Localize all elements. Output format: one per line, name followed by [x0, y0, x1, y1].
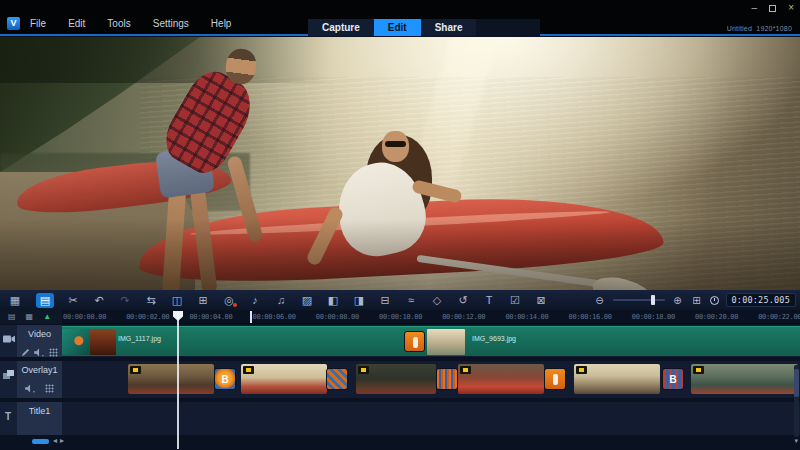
frame-capture-button[interactable]: ◫: [170, 293, 184, 308]
timeline-view-button[interactable]: ▤: [36, 293, 54, 308]
track-lane-overlay[interactable]: BB: [62, 361, 800, 398]
menu-tools[interactable]: Tools: [105, 16, 132, 31]
motion-tracking-button[interactable]: ◎: [222, 293, 236, 308]
ripple-edit-button[interactable]: ⇆: [144, 293, 158, 308]
batch-render-button[interactable]: ⊠: [534, 293, 548, 308]
track-edit-button[interactable]: [21, 343, 30, 361]
toolbar-icons: ▦▤✂↶↷⇆◫⊞◎♪♫▨◧◨⊟≈◇↺T☑⊠: [0, 293, 548, 308]
subtitle-editor-button[interactable]: ◨: [352, 293, 366, 308]
ruler-label: 00:00:08.00: [316, 313, 359, 321]
vertical-scrollbar-thumb[interactable]: [794, 369, 799, 397]
track-grid-icon[interactable]: [49, 348, 58, 357]
ruler-label: 00:00:20.00: [695, 313, 738, 321]
track-controls: [17, 379, 62, 397]
mask-creator-button[interactable]: ▨: [300, 293, 314, 308]
360-video-button[interactable]: ↺: [456, 293, 470, 308]
minimize-button[interactable]: –: [752, 3, 758, 13]
3d-title-editor-button[interactable]: ◇: [430, 293, 444, 308]
fx-badge-icon: [358, 366, 369, 374]
ruler-label: 00:00:04.00: [189, 313, 232, 321]
svg-text:T: T: [5, 411, 11, 421]
track-lane-video[interactable]: IMG_1117.jpgIMG_9693.jpg: [62, 325, 800, 357]
overlay-track-icon[interactable]: [3, 366, 15, 384]
tab-share[interactable]: Share: [421, 19, 477, 36]
overlay-transition[interactable]: B: [662, 368, 684, 390]
split-screen-creator-button[interactable]: ⊟: [378, 293, 392, 308]
track-mute-button[interactable]: [34, 343, 45, 361]
redo-button[interactable]: ↷: [118, 293, 132, 308]
check-project-button[interactable]: ☑: [508, 293, 522, 308]
overlay-clip[interactable]: [691, 364, 798, 394]
add-track-button[interactable]: ▦: [26, 312, 34, 322]
horizontal-scrollbar-thumb[interactable]: [32, 439, 49, 444]
video-clip-thumbnail[interactable]: [90, 329, 116, 355]
menu-help[interactable]: Help: [209, 16, 234, 31]
tab-capture[interactable]: Capture: [308, 19, 374, 36]
video-clip-label: IMG_1117.jpg: [118, 335, 161, 342]
tab-edit[interactable]: Edit: [374, 19, 421, 36]
speech-to-text-button[interactable]: ≈: [404, 293, 418, 308]
ripple-all-tracks-button[interactable]: ▲: [43, 312, 51, 322]
overlay-transition[interactable]: [544, 368, 566, 390]
overlay-clip[interactable]: [574, 364, 660, 394]
playhead-line[interactable]: [177, 312, 179, 449]
restore-button[interactable]: [769, 5, 776, 12]
multicam-editor-button[interactable]: ◧: [326, 293, 340, 308]
scroll-corner-arrow[interactable]: ▾: [794, 437, 798, 445]
track-grid-button[interactable]: [45, 384, 54, 393]
video-clip-thumbnail[interactable]: [62, 329, 90, 355]
zoom-in-button[interactable]: ⊕: [672, 293, 684, 308]
ruler-label: 00:00:06.00: [253, 313, 296, 321]
track-grid-icon[interactable]: [45, 384, 54, 393]
project-name: Untitled: [727, 25, 752, 32]
video-transition[interactable]: [404, 331, 425, 352]
timecode-display[interactable]: 0:00:25.005: [726, 293, 797, 307]
multi-trim-button[interactable]: ✂: [66, 293, 80, 308]
track-manager-button[interactable]: ▤: [8, 312, 16, 322]
track-grid-button[interactable]: [49, 348, 58, 357]
overlay-clip[interactable]: [356, 364, 436, 394]
sound-mixer-button[interactable]: ♪: [248, 293, 262, 308]
timeline-zoom-slider[interactable]: [613, 299, 665, 301]
vertical-scrollbar[interactable]: [794, 365, 799, 437]
overlay-transition[interactable]: B: [214, 368, 236, 390]
video-clip-thumbnail[interactable]: [427, 329, 465, 355]
close-button[interactable]: ×: [788, 3, 794, 13]
project-title: Untitled 1920*1080: [727, 25, 792, 32]
app-logo-icon[interactable]: V: [7, 17, 20, 30]
menu-file[interactable]: File: [28, 16, 48, 31]
overlay-clip[interactable]: [241, 364, 327, 394]
timeline-ruler[interactable]: ▤▦▲ 00:00:00.0000:00:02.0000:00:04.0000:…: [0, 310, 800, 324]
preview-frame[interactable]: [0, 37, 800, 290]
duration-clock-icon[interactable]: [710, 296, 719, 305]
overlay-transition[interactable]: [326, 368, 348, 390]
toolbar-right: ⊖ ⊕ ⊞ 0:00:25.005: [594, 290, 797, 310]
auto-music-button[interactable]: ♫: [274, 293, 288, 308]
photo-vignette: [0, 37, 800, 290]
overlay-transition[interactable]: [436, 368, 458, 390]
mode-tabs: CaptureEditShare: [308, 19, 540, 36]
video-track-icon[interactable]: [3, 330, 15, 348]
ruler-label: 00:00:16.00: [569, 313, 612, 321]
overlay-clip[interactable]: [128, 364, 214, 394]
undo-button[interactable]: ↶: [92, 293, 106, 308]
overlay-clip[interactable]: [458, 364, 544, 394]
horizontal-scroll-arrows[interactable]: ◂▸: [53, 436, 67, 445]
zoom-slider-thumb[interactable]: [651, 295, 655, 305]
title-track-icon[interactable]: T: [3, 407, 15, 425]
track-type-cell: [0, 325, 17, 357]
track-lane-title[interactable]: [62, 402, 800, 435]
track-mute-button[interactable]: [25, 379, 36, 397]
video-clip-bar[interactable]: IMG_1117.jpgIMG_9693.jpg: [62, 326, 800, 356]
menu-edit[interactable]: Edit: [66, 16, 87, 31]
ruler-label: 00:00:14.00: [505, 313, 548, 321]
title-tool-button[interactable]: T: [482, 293, 496, 308]
track-row-title: Title1T: [0, 402, 800, 435]
menu-settings[interactable]: Settings: [151, 16, 191, 31]
ruler-cue-marker[interactable]: [250, 311, 252, 323]
time-remapping-button[interactable]: ⊞: [196, 293, 210, 308]
zoom-out-button[interactable]: ⊖: [594, 293, 606, 308]
storyboard-view-button[interactable]: ▦: [6, 293, 24, 308]
fit-timeline-button[interactable]: ⊞: [691, 293, 703, 308]
track-name: Title1: [17, 406, 62, 416]
